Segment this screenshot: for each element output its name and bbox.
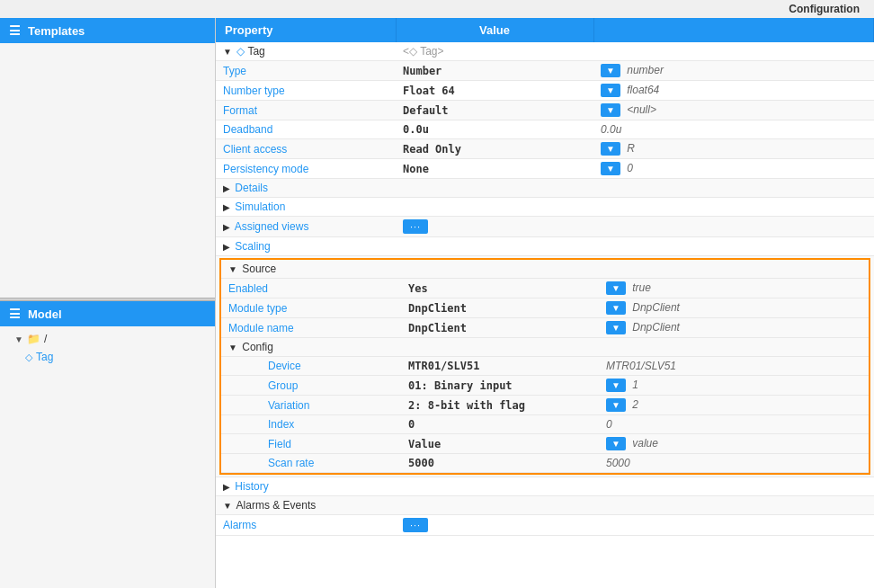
table-row: Module type DnpClient ▼ DnpClient [221, 298, 869, 318]
clientaccess-extra: R [627, 142, 635, 155]
table-row: ▼ Config [221, 338, 869, 357]
config-table: Property Value ▼ ◇ Tag <◇ Tag> [216, 18, 874, 536]
field-extra: value [632, 437, 658, 450]
details-label: Details [235, 182, 268, 194]
source-box: ▼ Source Enabled [219, 258, 870, 475]
table-row: ▶ Details [216, 179, 874, 198]
table-row: Scan rate 5000 5000 [221, 454, 869, 473]
source-arrow[interactable]: ▼ [228, 264, 237, 274]
assignedviews-btn[interactable]: ··· [403, 219, 428, 234]
templates-content [0, 43, 215, 298]
table-row: ▶ History [216, 477, 874, 496]
tag-diamond-icon: ◇ [25, 352, 32, 363]
enabled-dropdown[interactable]: ▼ [606, 281, 626, 295]
history-arrow[interactable]: ▶ [223, 482, 230, 492]
simulation-arrow[interactable]: ▶ [223, 202, 230, 212]
left-panel: ☰ Templates ☰ Model ▼ 📁 / ◇ Tag [0, 18, 216, 588]
format-dropdown[interactable]: ▼ [601, 103, 620, 117]
numbertype-dropdown[interactable]: ▼ [601, 84, 620, 97]
group-dropdown[interactable]: ▼ [606, 379, 626, 392]
field-dropdown[interactable]: ▼ [606, 437, 626, 450]
table-row: ▼ Alarms & Events [216, 496, 874, 515]
top-bar: Configuration [0, 0, 874, 18]
table-row: ▶ Assigned views ··· [216, 217, 874, 237]
page-title: Configuration [789, 3, 860, 15]
col-header-property: Property [216, 18, 396, 42]
col-header-value: Value [396, 18, 593, 42]
variation-dropdown[interactable]: ▼ [606, 398, 626, 412]
model-header: ☰ Model [0, 301, 215, 326]
table-row: Group 01: Binary input ▼ 1 [221, 376, 869, 396]
alarms-label: Alarms & Events [236, 499, 317, 512]
format-extra: <null> [627, 103, 656, 116]
right-panel: Property Value ▼ ◇ Tag <◇ Tag> [216, 18, 874, 588]
model-hamburger-icon[interactable]: ☰ [9, 307, 21, 321]
tag-section-label: Tag [247, 45, 264, 58]
scaling-label: Scaling [235, 240, 270, 253]
group-extra: 1 [632, 379, 638, 391]
assignedviews-label: Assigned views [235, 220, 309, 233]
source-section-row: ▼ Source Enabled [216, 256, 874, 477]
model-content: ▼ 📁 / ◇ Tag [0, 326, 215, 588]
source-inner-table: ▼ Source Enabled [221, 260, 869, 473]
enabled-extra: true [632, 281, 651, 294]
tree-tag[interactable]: ◇ Tag [0, 348, 215, 366]
type-dropdown[interactable]: ▼ [601, 64, 620, 77]
history-label: History [235, 480, 268, 493]
model-label: Model [28, 307, 62, 321]
table-row: ▶ Scaling [216, 237, 874, 256]
root-label: / [44, 333, 47, 345]
type-extra: number [627, 64, 664, 76]
tag-label: Tag [36, 351, 53, 363]
moduletype-extra: DnpClient [632, 301, 680, 314]
moduletype-dropdown[interactable]: ▼ [606, 301, 626, 315]
index-extra: 0 [606, 418, 612, 431]
config-label: Config [242, 341, 273, 353]
table-row: Type Number ▼ number [216, 61, 874, 81]
config-arrow[interactable]: ▼ [228, 343, 237, 352]
simulation-label: Simulation [235, 200, 285, 213]
modulename-dropdown[interactable]: ▼ [606, 321, 626, 334]
table-row: Field Value ▼ value [221, 434, 869, 454]
tag-diamond-icon2: ◇ [236, 45, 245, 58]
clientaccess-dropdown[interactable]: ▼ [601, 142, 620, 156]
details-arrow[interactable]: ▶ [223, 183, 230, 193]
table-row: ▼ ◇ Tag <◇ Tag> [216, 42, 874, 61]
source-label: Source [242, 263, 276, 275]
table-row: ▼ Source [221, 260, 869, 279]
hamburger-icon[interactable]: ☰ [9, 23, 21, 38]
device-extra: MTR01/SLV51 [606, 360, 676, 372]
table-row: Module name DnpClient ▼ DnpClient [221, 318, 869, 338]
table-row: Deadband 0.0u 0.0u [216, 120, 874, 139]
numbertype-extra: float64 [627, 84, 659, 96]
scanrate-extra: 5000 [606, 457, 630, 469]
table-row: Persistency mode None ▼ 0 [216, 159, 874, 179]
app-container: Configuration ☰ Templates ☰ Model ▼ 📁 / [0, 0, 874, 588]
table-row: Client access Read Only ▼ R [216, 139, 874, 159]
table-row: Enabled Yes ▼ true [221, 279, 869, 298]
templates-label: Templates [28, 24, 85, 38]
main-content: ☰ Templates ☰ Model ▼ 📁 / ◇ Tag [0, 18, 874, 588]
table-row: Format Default ▼ <null> [216, 101, 874, 120]
templates-header: ☰ Templates [0, 18, 215, 43]
col-header-extra [593, 18, 874, 42]
persistency-dropdown[interactable]: ▼ [601, 162, 620, 175]
table-row: Number type Float 64 ▼ float64 [216, 81, 874, 101]
folder-icon: 📁 [27, 333, 40, 345]
alarms-btn[interactable]: ··· [403, 518, 428, 532]
alarms-arrow[interactable]: ▼ [223, 501, 232, 511]
tag-placeholder: <◇ Tag> [403, 45, 443, 58]
deadband-extra: 0.0u [601, 123, 621, 136]
variation-extra: 2 [632, 398, 638, 411]
table-row: Variation 2: 8-bit with flag ▼ 2 [221, 396, 869, 415]
tag-section-arrow[interactable]: ▼ [223, 47, 232, 57]
persistency-extra: 0 [627, 162, 633, 174]
table-row: Alarms ··· [216, 515, 874, 536]
tree-root[interactable]: ▼ 📁 / [0, 330, 215, 348]
table-row: Index 0 0 [221, 415, 869, 434]
table-row: Device MTR01/SLV51 MTR01/SLV51 [221, 357, 869, 376]
modulename-extra: DnpClient [632, 321, 680, 334]
assignedviews-arrow[interactable]: ▶ [223, 222, 230, 232]
scaling-arrow[interactable]: ▶ [223, 242, 230, 252]
root-arrow: ▼ [14, 334, 23, 344]
